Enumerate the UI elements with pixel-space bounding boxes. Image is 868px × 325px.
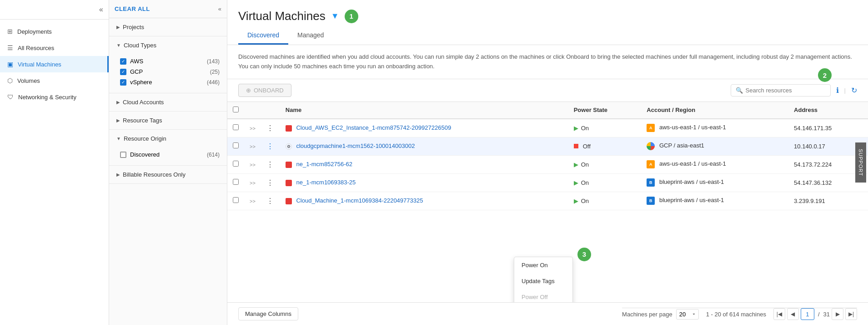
filter-item-discovered: Discovered (614) xyxy=(120,149,220,160)
row-menu-icon[interactable]: ⋮ xyxy=(266,197,275,205)
search-box: 🔍 xyxy=(731,84,831,96)
filter-section-resource-tags-header[interactable]: ▶ Resource Tags xyxy=(109,112,227,129)
badge-2: 2 xyxy=(818,68,832,82)
account-region: GCP / asia-east1 xyxy=(659,142,704,149)
filter-panel-header: CLEAR ALL « xyxy=(109,0,227,18)
info-icon[interactable]: ℹ xyxy=(836,86,839,95)
row-expand-icon[interactable]: >> xyxy=(250,162,256,168)
account-region: blueprint-aws / us-east-1 xyxy=(659,197,724,203)
filter-item-count: (446) xyxy=(207,79,220,86)
row-menu-icon[interactable]: ⋮ xyxy=(266,179,275,187)
main-content: Virtual Machines ▼ 1 2 Discovered Manage… xyxy=(227,0,868,325)
filter-item-count: (143) xyxy=(207,58,220,65)
filter-section-billable-header[interactable]: ▶ Billable Resources Only xyxy=(109,166,227,183)
row-menu-icon[interactable]: ⋮ xyxy=(266,124,275,132)
row-expand-icon[interactable]: >> xyxy=(250,180,256,186)
page-title: Virtual Machines xyxy=(238,9,326,23)
filter-section-cloud-accounts-header[interactable]: ▶ Cloud Accounts xyxy=(109,93,227,111)
th-account-region[interactable]: Account / Region xyxy=(641,102,788,119)
filter-cloud-types-content: ✓ AWS (143) ✓ GCP (25) ✓ vSphere (446) xyxy=(109,54,227,93)
context-menu-update-tags[interactable]: Update Tags xyxy=(514,273,572,289)
sidebar-item-volumes[interactable]: ⬡ Volumes xyxy=(0,72,109,89)
sidebar-item-networking-security[interactable]: 🛡 Networking & Security xyxy=(0,89,109,105)
first-page-button[interactable]: |◀ xyxy=(773,308,785,320)
tab-discovered[interactable]: Discovered xyxy=(238,27,288,45)
row-menu-icon[interactable]: ⋮ xyxy=(266,142,275,150)
networking-security-icon: 🛡 xyxy=(7,93,14,101)
row-expand-icon[interactable]: >> xyxy=(250,144,256,149)
sidebar-collapse-icon[interactable]: « xyxy=(99,5,103,14)
filter-section-label: Billable Resources Only xyxy=(123,171,186,178)
sidebar-item-deployments[interactable]: ⊞ Deployments xyxy=(0,23,109,40)
vm-name[interactable]: Cloud_Machine_1-mcm1069384-222049773325 xyxy=(296,197,423,204)
row-checkbox[interactable] xyxy=(233,197,239,203)
filter-section-label: Cloud Accounts xyxy=(123,99,164,106)
gcp-checkbox[interactable]: ✓ xyxy=(120,69,126,75)
support-tab[interactable]: SUPPORT xyxy=(855,142,866,183)
power-state-label: Off xyxy=(583,143,591,150)
row-checkbox[interactable] xyxy=(233,142,239,148)
chevron-right-icon: ▶ xyxy=(116,100,120,105)
aws-logo: A xyxy=(647,124,655,132)
gcp-vm-icon: ⚙ xyxy=(286,143,292,150)
power-state: ▶ On xyxy=(574,198,636,204)
row-expand-icon[interactable]: >> xyxy=(250,198,256,204)
last-page-button[interactable]: ▶| xyxy=(845,308,857,320)
row-checkbox[interactable] xyxy=(233,161,239,167)
per-page-select[interactable]: 20 50 100 xyxy=(676,309,699,320)
clear-all-button[interactable]: CLEAR ALL xyxy=(115,5,150,12)
virtual-machines-icon: ▣ xyxy=(7,61,13,68)
tab-managed[interactable]: Managed xyxy=(288,27,333,45)
vm-name[interactable]: ne_1-mcm1069383-25 xyxy=(296,179,356,186)
filter-collapse-icon[interactable]: « xyxy=(218,5,221,12)
table-header-row: Name Power State Account / Region Addres… xyxy=(227,102,868,119)
filter-section-projects-header[interactable]: ▶ Projects xyxy=(109,18,227,36)
aws-vm-icon xyxy=(286,162,292,168)
filter-section-label: Resource Tags xyxy=(123,117,162,124)
toolbar: ⊕ ONBOARD 🔍 ℹ | ↻ xyxy=(227,79,868,102)
th-address[interactable]: Address xyxy=(788,102,868,119)
th-select-all[interactable] xyxy=(227,102,244,119)
chevron-right-icon: ▶ xyxy=(116,25,120,30)
filter-item-vsphere: ✓ vSphere (446) xyxy=(120,77,220,87)
vm-name[interactable]: cloudgcpmachine1-mcm1562-100014003002 xyxy=(296,142,415,149)
context-menu-power-on[interactable]: Power On xyxy=(514,257,572,273)
address: 54.146.171.35 xyxy=(788,119,868,137)
refresh-icon[interactable]: ↻ xyxy=(851,86,857,95)
th-name[interactable]: Name xyxy=(280,102,568,119)
filter-section-resource-origin: ▼ Resource Origin Discovered (614) xyxy=(109,130,227,166)
row-menu-icon[interactable]: ⋮ xyxy=(266,161,275,168)
th-power-state[interactable]: Power State xyxy=(568,102,642,119)
filter-resource-origin-content: Discovered (614) xyxy=(109,147,227,165)
sidebar-item-label: Deployments xyxy=(17,28,52,35)
search-input[interactable] xyxy=(746,87,826,94)
vm-name[interactable]: Cloud_AWS_EC2_Instance_1-mcm875742-20992… xyxy=(296,124,451,131)
sidebar-item-virtual-machines[interactable]: ▣ Virtual Machines xyxy=(0,56,109,72)
power-on-icon: ▶ xyxy=(574,179,578,186)
sidebar-item-all-resources[interactable]: ☰ All Resources xyxy=(0,40,109,56)
vsphere-checkbox[interactable]: ✓ xyxy=(120,79,126,86)
page-separator: / xyxy=(816,311,822,318)
row-checkbox[interactable] xyxy=(233,124,239,130)
select-all-checkbox[interactable] xyxy=(233,107,239,112)
table-footer: Manage Columns Machines per page 20 50 1… xyxy=(227,302,868,325)
vm-name[interactable]: ne_1-mcm852756-62 xyxy=(296,161,352,168)
onboard-button[interactable]: ⊕ ONBOARD xyxy=(238,84,291,97)
power-state: ▶ On xyxy=(574,179,636,186)
aws-checkbox[interactable]: ✓ xyxy=(120,58,126,65)
row-checkbox[interactable] xyxy=(233,179,239,185)
filter-section-cloud-types-header[interactable]: ▼ Cloud Types xyxy=(109,36,227,54)
prev-page-button[interactable]: ◀ xyxy=(787,308,799,320)
description-box: Discovered machines are identified when … xyxy=(227,45,868,79)
next-page-button[interactable]: ▶ xyxy=(832,308,843,320)
th-expand xyxy=(244,102,261,119)
filter-section-resource-origin-header[interactable]: ▼ Resource Origin xyxy=(109,130,227,147)
current-page[interactable]: 1 xyxy=(801,308,814,320)
filter-funnel-icon[interactable]: ▼ xyxy=(331,11,339,21)
filter-item-label: GCP xyxy=(130,68,143,75)
power-off-icon xyxy=(574,144,578,148)
row-expand-icon[interactable]: >> xyxy=(250,126,256,131)
context-menu-power-off: Power Off xyxy=(514,289,572,302)
manage-columns-button[interactable]: Manage Columns xyxy=(238,307,298,320)
discovered-checkbox[interactable] xyxy=(120,152,126,158)
